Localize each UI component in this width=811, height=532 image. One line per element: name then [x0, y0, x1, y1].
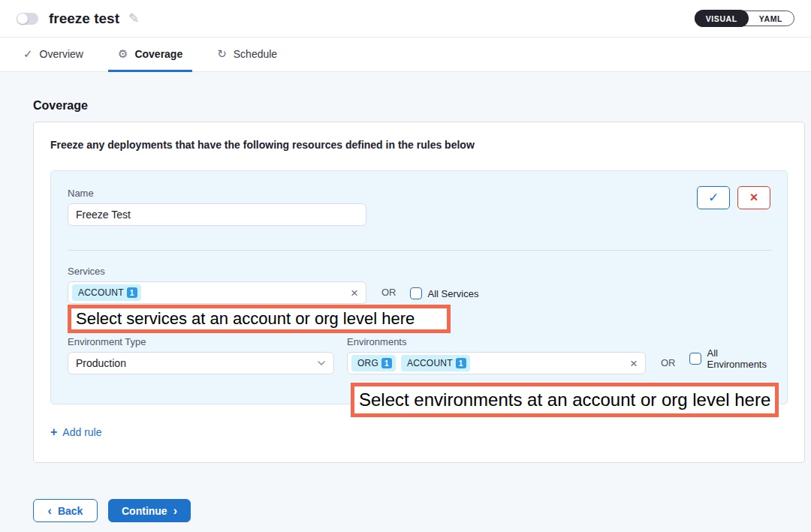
environment-type-select[interactable]: Production — [68, 352, 334, 374]
services-label: Services — [68, 266, 366, 277]
yaml-mode-button[interactable]: YAML — [748, 11, 794, 26]
environments-multiselect[interactable]: ORG 1 ACCOUNT 1 × — [347, 352, 646, 374]
environment-row: Environment Type Production Environments… — [68, 336, 770, 374]
freeze-rule-panel: ✓ × Name Services ACCOUNT 1 — [50, 170, 788, 404]
gear-icon: ⚙ — [118, 47, 128, 61]
wizard-footer: ‹ Back Continue › — [33, 499, 811, 522]
panel-divider — [68, 250, 772, 251]
coverage-page: Coverage Freeze any deployments that hav… — [0, 72, 811, 532]
all-environments-checkbox[interactable] — [689, 353, 701, 365]
tab-overview[interactable]: ✓ Overview — [14, 38, 93, 72]
environments-label: Environments — [347, 336, 646, 347]
add-rule-button[interactable]: + Add rule — [50, 425, 102, 439]
edit-title-icon[interactable]: ✎ — [128, 11, 139, 26]
tab-coverage[interactable]: ⚙ Coverage — [108, 38, 192, 72]
all-environments-label: All Environments — [707, 347, 771, 370]
environments-clear-icon[interactable]: × — [630, 357, 638, 370]
wizard-tabs: ✓ Overview ⚙ Coverage ↻ Schedule — [0, 38, 811, 72]
tab-coverage-label: Coverage — [134, 48, 182, 60]
services-field-group: Services ACCOUNT 1 × — [68, 266, 366, 304]
chip-count-badge: 1 — [127, 287, 137, 298]
check-icon: ✓ — [23, 47, 33, 61]
services-account-chip[interactable]: ACCOUNT 1 — [72, 284, 141, 301]
visual-yaml-toggle: VISUAL YAML — [695, 11, 794, 26]
environments-account-chip[interactable]: ACCOUNT 1 — [401, 355, 470, 371]
chevron-right-icon: › — [173, 504, 177, 518]
name-label: Name — [68, 188, 770, 199]
continue-button-label: Continue — [122, 505, 167, 517]
tab-schedule-label: Schedule — [234, 48, 277, 60]
name-field-group: Name — [68, 188, 770, 226]
environment-type-value: Production — [76, 357, 126, 369]
environment-type-label: Environment Type — [68, 336, 334, 347]
chip-text: ACCOUNT — [78, 287, 124, 298]
tab-schedule[interactable]: ↻ Schedule — [207, 38, 287, 72]
environments-group: Environments ORG 1 ACCOUNT 1 × — [347, 336, 646, 374]
services-multiselect[interactable]: ACCOUNT 1 × — [68, 281, 366, 304]
card-description: Freeze any deployments that have the fol… — [50, 139, 788, 151]
apply-rule-button[interactable]: ✓ — [697, 186, 730, 209]
delete-rule-button[interactable]: × — [737, 186, 770, 209]
services-annotation: Select services at an account or org lev… — [68, 305, 451, 333]
services-or-label: OR — [381, 287, 396, 298]
all-services-label: All Services — [428, 288, 479, 299]
chip-count-badge: 1 — [381, 358, 392, 368]
services-clear-icon[interactable]: × — [351, 287, 358, 299]
rule-name-input[interactable] — [68, 203, 366, 226]
environments-annotation: Select environments at an account or org… — [351, 383, 779, 417]
services-row: Services ACCOUNT 1 × OR All Services — [68, 266, 770, 304]
schedule-clock-icon: ↻ — [217, 47, 227, 61]
coverage-card: Freeze any deployments that have the fol… — [33, 122, 805, 463]
rule-actions: ✓ × — [697, 186, 770, 209]
toggle-knob — [17, 14, 28, 24]
top-bar: freeze test ✎ VISUAL YAML — [0, 0, 811, 38]
section-title: Coverage — [33, 99, 811, 113]
add-rule-label: Add rule — [62, 426, 101, 438]
environment-type-group: Environment Type Production — [68, 336, 334, 374]
chip-count-badge: 1 — [456, 358, 466, 368]
page-title: freeze test — [49, 11, 119, 27]
freeze-enable-toggle[interactable] — [17, 13, 38, 25]
tab-overview-label: Overview — [40, 48, 83, 60]
chip-text: ORG — [357, 358, 378, 368]
chip-text: ACCOUNT — [407, 358, 453, 368]
back-button-label: Back — [58, 505, 83, 517]
environments-org-chip[interactable]: ORG 1 — [351, 355, 396, 371]
all-services-option[interactable]: All Services — [410, 287, 479, 299]
all-services-checkbox[interactable] — [410, 287, 422, 299]
visual-mode-button[interactable]: VISUAL — [695, 10, 749, 27]
continue-button[interactable]: Continue › — [108, 499, 191, 522]
chevron-down-icon — [317, 360, 326, 366]
chevron-left-icon: ‹ — [48, 504, 52, 518]
all-environments-option[interactable]: All Environments — [689, 347, 771, 370]
back-button[interactable]: ‹ Back — [33, 499, 98, 522]
environments-or-label: OR — [661, 357, 676, 368]
plus-icon: + — [50, 425, 57, 439]
